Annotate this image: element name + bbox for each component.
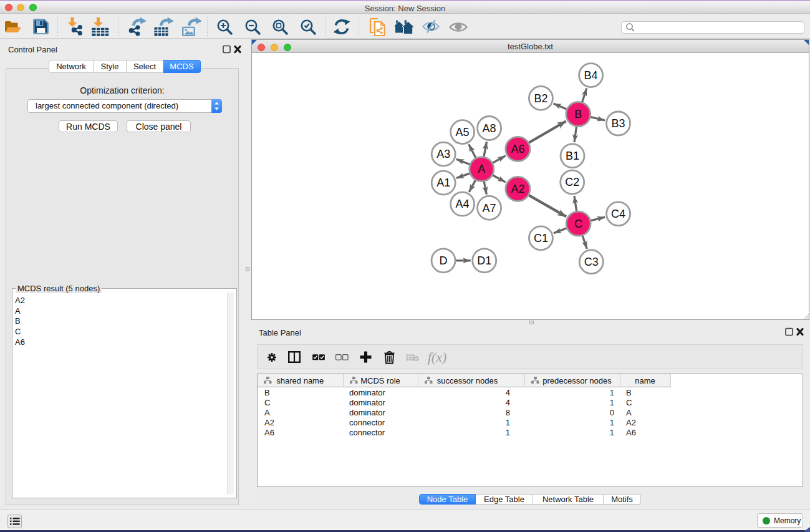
svg-text:A5: A5	[456, 126, 470, 138]
svg-text:D1: D1	[477, 254, 491, 267]
svg-text:C2: C2	[565, 176, 579, 188]
svg-text:A8: A8	[483, 122, 496, 135]
svg-text:B3: B3	[611, 117, 625, 130]
svg-text:B2: B2	[534, 92, 547, 105]
svg-text:A4: A4	[456, 198, 470, 210]
svg-text:B4: B4	[584, 69, 598, 82]
svg-text:B: B	[574, 108, 582, 120]
svg-text:A7: A7	[483, 202, 496, 215]
svg-text:A6: A6	[511, 143, 524, 155]
svg-text:C3: C3	[584, 256, 599, 268]
svg-text:C: C	[574, 218, 582, 230]
svg-text:f(x): f(x)	[428, 349, 447, 365]
svg-text:A3: A3	[436, 148, 450, 160]
svg-text:A2: A2	[511, 183, 524, 195]
svg-text:B1: B1	[566, 150, 579, 162]
svg-text:D: D	[440, 254, 448, 267]
svg-text:C4: C4	[611, 208, 625, 220]
svg-text:A: A	[478, 163, 485, 175]
svg-text:C1: C1	[534, 232, 548, 244]
svg-text:A1: A1	[436, 177, 450, 189]
